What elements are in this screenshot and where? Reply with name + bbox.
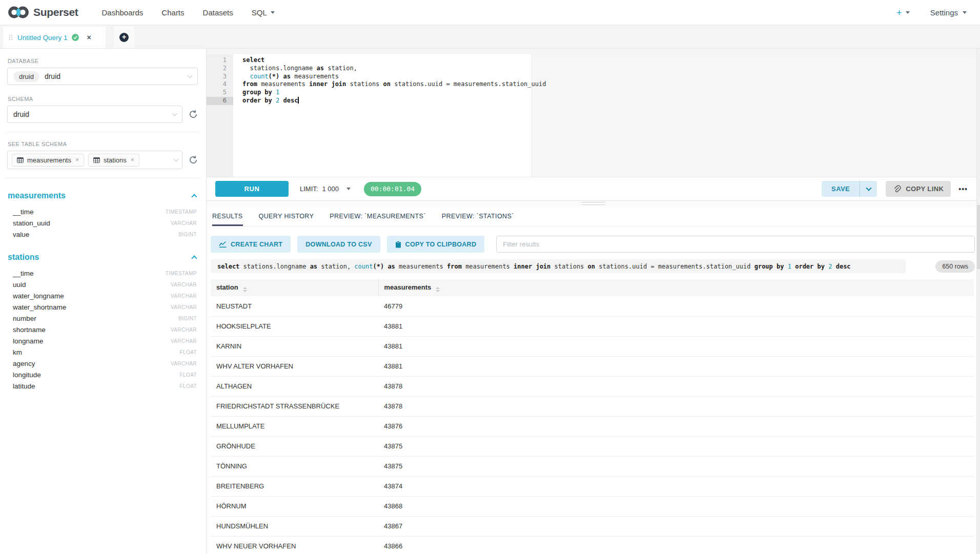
table-row[interactable]: BREITENBERG43874 [211, 476, 974, 496]
column-type: TIMESTAMP [166, 209, 197, 215]
create-chart-label: CREATE CHART [231, 241, 282, 248]
table-schema-select[interactable]: measurements×stations× [7, 151, 182, 169]
line-number: 3 [207, 73, 233, 81]
refresh-tables-icon[interactable] [189, 155, 198, 165]
nav-item-label: SQL [252, 8, 267, 17]
copy-link-button[interactable]: COPY LINK [886, 181, 951, 197]
nav-item-sql[interactable]: SQL [252, 8, 275, 17]
table-row[interactable]: FRIEDRICHSTADT STRASSENBRÜCKE43878 [211, 396, 974, 416]
table-row[interactable]: GRÖNHUDE43875 [211, 436, 974, 456]
text-cursor [298, 97, 299, 104]
column-name: __time [13, 208, 34, 216]
column-header-measurements[interactable]: measurements [378, 279, 974, 296]
table-row[interactable]: WHV ALTER VORHAFEN43881 [211, 356, 974, 376]
nav-item-datasets[interactable]: Datasets [203, 8, 233, 17]
table-row[interactable]: WHV NEUER VORHAFEN43866 [211, 536, 974, 554]
filter-results-input[interactable] [496, 236, 975, 253]
table-cell: 43874 [378, 476, 974, 496]
database-select[interactable]: druid druid [7, 68, 198, 85]
download-csv-label: DOWNLOAD TO CSV [305, 241, 372, 248]
schema-section-header-stations[interactable]: stations [8, 253, 196, 262]
query-tab-strip: Untitled Query 1 × + [0, 25, 980, 49]
table-cell: NEUSTADT [211, 296, 378, 316]
line-number: 6 [207, 97, 233, 105]
query-success-icon [72, 34, 79, 41]
limit-label: LIMIT: [300, 185, 318, 193]
nav-item-charts[interactable]: Charts [161, 8, 184, 17]
table-row[interactable]: HOOKSIELPLATE43881 [211, 316, 974, 336]
table-name: stations [8, 253, 39, 262]
column-type: TIMESTAMP [166, 271, 197, 276]
code-line: group by 1 [233, 89, 980, 97]
table-schema-sections: measurements__timeTIMESTAMPstation_uuidV… [7, 191, 198, 392]
settings-menu[interactable]: Settings [930, 8, 967, 17]
schema-section-stations: stations__timeTIMESTAMPuuidVARCHARwater_… [7, 253, 198, 392]
tab-preview-stations[interactable]: PREVIEW: `STATIONS` [442, 213, 514, 226]
column-row: valueBIGINT [7, 229, 198, 240]
nav-item-dashboards[interactable]: Dashboards [101, 8, 143, 17]
sort-icon[interactable] [436, 287, 440, 292]
column-header-station[interactable]: station [211, 279, 378, 296]
column-row: kmFLOAT [7, 346, 198, 358]
column-row: uuidVARCHAR [7, 279, 198, 290]
table-row[interactable]: NEUSTADT46779 [211, 296, 974, 316]
copy-clipboard-button[interactable]: COPY TO CLIPBOARD [387, 236, 485, 253]
download-csv-button[interactable]: DOWNLOAD TO CSV [297, 236, 380, 253]
plus-icon: + [119, 33, 129, 42]
table-row[interactable]: MELLUMPLATE43876 [211, 416, 974, 436]
new-item-dropdown[interactable]: + [896, 8, 910, 17]
column-row: shortnameVARCHAR [7, 324, 198, 335]
table-row[interactable]: ALTHAGEN43878 [211, 376, 974, 396]
table-cell: HUNDSMÜHLEN [211, 516, 378, 536]
save-button[interactable]: SAVE [822, 181, 860, 197]
chevron-down-icon [866, 185, 871, 191]
sql-editor[interactable]: 123456 select stations.longname as stati… [207, 54, 980, 177]
limit-dropdown[interactable]: LIMIT: 1 000 [300, 185, 351, 193]
table-cell: HOOKSIELPLATE [211, 316, 378, 336]
drag-handle-icon[interactable] [9, 35, 12, 40]
table-cell: 43875 [378, 456, 974, 476]
resize-grip-handle[interactable] [582, 202, 605, 205]
table-row[interactable]: HÖRNUM43868 [211, 496, 974, 516]
run-button[interactable]: RUN [215, 181, 289, 197]
chevron-down-icon [174, 156, 179, 161]
remove-table-icon[interactable]: × [75, 156, 79, 163]
column-row: latitudeFLOAT [7, 380, 198, 392]
table-pill-measurements[interactable]: measurements× [12, 154, 84, 167]
tab-preview-measurements[interactable]: PREVIEW: `MEASUREMENTS` [330, 213, 425, 226]
refresh-schema-icon[interactable] [189, 110, 198, 119]
schema-select[interactable]: druid [7, 106, 182, 123]
tab-results[interactable]: RESULTS [212, 213, 243, 226]
create-chart-button[interactable]: CREATE CHART [211, 236, 291, 253]
editor-code[interactable]: select stations.longname as station, cou… [233, 54, 980, 177]
scrollbar-thumb[interactable] [977, 205, 980, 269]
column-header-label: measurements [384, 283, 432, 291]
save-dropdown-button[interactable] [860, 181, 877, 197]
superset-logo[interactable]: Superset [7, 5, 78, 20]
query-tab[interactable]: Untitled Query 1 × [3, 27, 106, 48]
remove-table-icon[interactable]: × [131, 156, 134, 163]
tab-query-history[interactable]: QUERY HISTORY [259, 213, 314, 226]
sort-icon[interactable] [243, 287, 247, 292]
sql-lab-sidebar: DATABASE druid druid SCHEMA druid [0, 49, 207, 554]
vertical-scrollbar[interactable] [976, 49, 980, 554]
table-cell: 43876 [378, 416, 974, 436]
table-row[interactable]: HUNDSMÜHLEN43867 [211, 516, 974, 536]
schema-section-header-measurements[interactable]: measurements [8, 191, 196, 200]
table-row[interactable]: TÖNNING43875 [211, 456, 974, 476]
more-options-button[interactable]: ••• [958, 185, 968, 193]
column-row: numberBIGINT [7, 313, 198, 324]
rows-count-badge: 650 rows [935, 260, 975, 273]
column-name: agency [13, 360, 35, 367]
column-name: km [13, 348, 22, 356]
table-cell: FRIEDRICHSTADT STRASSENBRÜCKE [211, 396, 378, 416]
code-line: from measurements inner join stations on… [233, 80, 980, 89]
close-tab-icon[interactable]: × [87, 33, 91, 42]
table-pill-stations[interactable]: stations× [88, 154, 139, 167]
code-line: select [233, 56, 980, 65]
add-tab-button[interactable]: + [114, 27, 134, 48]
main-nav: DashboardsChartsDatasetsSQL [92, 8, 283, 17]
nav-item-label: Datasets [203, 8, 233, 17]
table-row[interactable]: KARNIN43881 [211, 336, 974, 356]
column-name: water_longname [13, 292, 64, 300]
